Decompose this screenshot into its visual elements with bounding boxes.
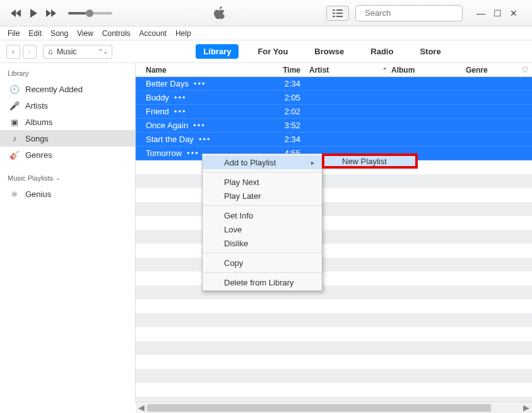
sidebar-heading-library: Library (0, 67, 135, 81)
table-row[interactable]: Better Days•••2:34 (136, 77, 532, 91)
ctx-delete[interactable]: Delete from Library (203, 275, 322, 289)
sidebar-item-label: Songs (25, 134, 49, 143)
ctx-love[interactable]: Love (203, 222, 322, 236)
sidebar-item-albums[interactable]: ▣Albums (0, 114, 135, 130)
scroll-thumb[interactable] (147, 404, 491, 412)
menu-account[interactable]: Account (139, 29, 167, 38)
sidebar-item-label: Artists (25, 101, 48, 111)
song-rows: Better Days•••2:34 Buddy•••2:05 Friend••… (136, 77, 532, 402)
content-area: Name Time Artist⌃ Album Genre ♡ Better D… (136, 63, 532, 402)
clock-icon: 🕘 (9, 85, 20, 94)
song-name: Buddy (146, 93, 169, 102)
svg-rect-3 (336, 13, 343, 14)
sidebar-item-songs[interactable]: ♪Songs (0, 130, 135, 147)
table-row[interactable]: Once Again•••3:52 (136, 119, 532, 133)
context-menu: Add to Playlist▸ Play Next Play Later Ge… (202, 153, 322, 291)
menu-song[interactable]: Song (50, 29, 68, 38)
menu-edit[interactable]: Edit (28, 29, 42, 38)
sidebar-item-label: Recently Added (25, 85, 83, 94)
tab-for-you[interactable]: For You (250, 44, 295, 59)
album-icon: ▣ (9, 117, 20, 127)
horizontal-scrollbar[interactable]: ◀ ▶ (136, 402, 532, 413)
song-name: Once Again (146, 121, 188, 130)
source-label: Music (57, 47, 76, 56)
table-row[interactable]: Buddy•••2:05 (136, 91, 532, 105)
more-icon[interactable]: ••• (174, 107, 187, 116)
ctx-play-next[interactable]: Play Next (203, 175, 322, 189)
minimize-button[interactable]: — (475, 8, 487, 19)
maximize-button[interactable]: ☐ (492, 8, 503, 19)
close-button[interactable]: ✕ (508, 8, 519, 19)
song-name: Friend (146, 107, 169, 116)
song-name: Better Days (146, 79, 189, 88)
tabs: Library For You Browse Radio Store (112, 44, 532, 59)
music-note-icon: ♫ (47, 47, 53, 56)
ctx-add-to-playlist[interactable]: Add to Playlist▸ (203, 155, 322, 169)
more-icon[interactable]: ••• (194, 79, 206, 88)
scroll-right-button[interactable]: ▶ (521, 402, 532, 414)
more-icon[interactable]: ••• (193, 121, 206, 130)
col-artist[interactable]: Artist⌃ (305, 66, 387, 75)
sidebar-item-recently-added[interactable]: 🕘Recently Added (0, 81, 135, 97)
player-toolbar: — ☐ ✕ (0, 0, 532, 27)
menu-view[interactable]: View (77, 29, 93, 38)
tab-store[interactable]: Store (412, 44, 448, 59)
table-row[interactable]: Start the Day•••2:34 (136, 133, 532, 147)
col-heart[interactable]: ♡ (518, 66, 532, 75)
col-artist-label: Artist (309, 66, 329, 75)
sidebar-item-label: Albums (25, 117, 52, 127)
scroll-left-button[interactable]: ◀ (136, 402, 147, 414)
more-icon[interactable]: ••• (199, 135, 211, 144)
source-selector[interactable]: ♫Music ⌃⌄ (43, 45, 112, 59)
window-buttons: — ☐ ✕ (469, 8, 526, 19)
sidebar-item-label: Genius (25, 189, 51, 199)
col-album[interactable]: Album (387, 66, 462, 75)
col-genre[interactable]: Genre (462, 66, 518, 75)
apple-logo (112, 6, 326, 21)
ctx-dislike[interactable]: Dislike (203, 236, 322, 250)
sidebar-heading-playlists[interactable]: Music Playlists⌄ (0, 172, 135, 186)
more-icon[interactable]: ••• (187, 148, 199, 158)
col-name[interactable]: Name (136, 66, 278, 75)
song-name: Tomorrow (146, 148, 182, 158)
volume-slider[interactable] (68, 12, 112, 15)
table-row[interactable]: Friend•••2:02 (136, 105, 532, 119)
separator (203, 172, 322, 172)
scroll-track[interactable] (147, 404, 521, 412)
menu-controls[interactable]: Controls (102, 29, 131, 38)
play-button[interactable] (27, 6, 40, 20)
sidebar-heading-label: Music Playlists (8, 174, 53, 182)
sidebar-item-genres[interactable]: 🎸Genres (0, 147, 135, 163)
nav-bar: ‹ › ♫Music ⌃⌄ Library For You Browse Rad… (0, 40, 532, 63)
right-tools: — ☐ ✕ (326, 5, 532, 21)
list-view-button[interactable] (326, 6, 349, 21)
sidebar-item-artists[interactable]: 🎤Artists (0, 97, 135, 114)
song-time: 2:34 (278, 135, 305, 144)
menu-help[interactable]: Help (175, 29, 191, 38)
chevron-right-icon: ▸ (311, 159, 314, 166)
tab-radio[interactable]: Radio (363, 44, 401, 59)
separator (203, 272, 322, 273)
song-time: 3:52 (278, 121, 305, 130)
menu-file[interactable]: File (8, 29, 20, 38)
tab-browse[interactable]: Browse (307, 44, 352, 59)
next-button[interactable] (44, 6, 58, 20)
more-icon[interactable]: ••• (174, 93, 187, 102)
svg-rect-5 (336, 16, 343, 17)
ctx-play-later[interactable]: Play Later (203, 189, 322, 203)
prev-button[interactable] (9, 6, 23, 20)
forward-button[interactable]: › (23, 45, 37, 59)
back-button[interactable]: ‹ (6, 45, 20, 59)
search-input[interactable] (365, 8, 471, 18)
search-field[interactable] (355, 5, 463, 21)
genius-icon: ⚛ (9, 189, 20, 199)
sidebar-item-genius[interactable]: ⚛Genius (0, 186, 135, 202)
playback-controls (0, 6, 112, 20)
tab-library[interactable]: Library (196, 44, 239, 59)
submenu-new-playlist[interactable]: New Playlist (322, 153, 418, 169)
ctx-get-info[interactable]: Get Info (203, 208, 322, 222)
ctx-copy[interactable]: Copy (203, 256, 322, 270)
sidebar: Library 🕘Recently Added 🎤Artists ▣Albums… (0, 63, 136, 402)
chevron-down-icon: ⌄ (56, 175, 61, 181)
col-time[interactable]: Time (278, 66, 305, 75)
